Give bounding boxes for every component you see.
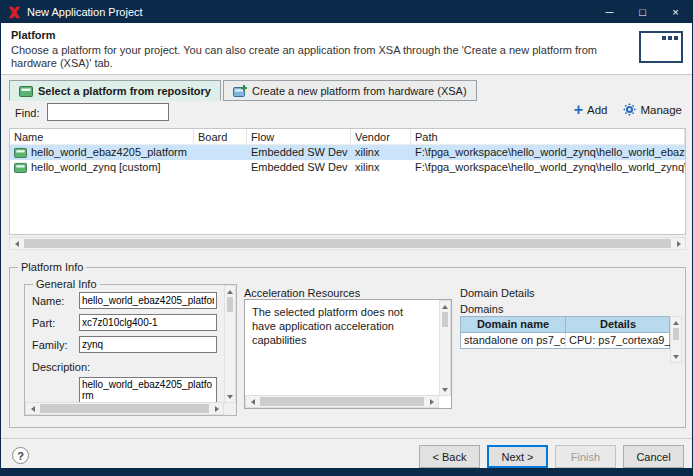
page-title: Platform [11, 29, 56, 41]
new-application-project-window: New Application Project ─ □ × Platform C… [0, 0, 693, 476]
platform-tabs: Select a platform from repository Create… [9, 80, 479, 101]
scroll-left-icon[interactable] [246, 396, 259, 407]
platform-info-title: Platform Info [18, 261, 86, 273]
tab-select-platform-repository[interactable]: Select a platform from repository [9, 80, 221, 101]
column-header-flow[interactable]: Flow [247, 129, 351, 144]
column-header-details: Details [566, 317, 671, 333]
column-header-name[interactable]: Name [10, 129, 194, 144]
scrollbar-thumb[interactable] [260, 397, 424, 406]
scrollbar-thumb[interactable] [442, 312, 448, 327]
find-label: Find: [15, 107, 39, 119]
description-label: Description: [32, 361, 90, 373]
column-header-domain-name: Domain name [461, 317, 566, 333]
manage-label: Manage [640, 104, 682, 116]
domain-details: CPU: ps7_cortexa9_0C [566, 333, 671, 348]
tab-create-platform-from-xsa[interactable]: Create a new platform from hardware (XSA… [223, 80, 477, 101]
find-input[interactable] [47, 103, 169, 121]
table-row[interactable]: standalone on ps7_corte... CPU: ps7_cort… [461, 333, 669, 348]
help-button[interactable]: ? [12, 447, 29, 464]
domains-table-header: Domain name Details [461, 317, 669, 333]
scroll-up-icon[interactable] [225, 287, 235, 296]
platform-vendor: xilinx [351, 160, 411, 175]
part-field[interactable] [79, 314, 217, 331]
cancel-button[interactable]: Cancel [623, 445, 684, 468]
titlebar: New Application Project ─ □ × [1, 1, 692, 23]
family-field[interactable] [79, 336, 217, 353]
general-info-vertical-scrollbar[interactable] [224, 285, 236, 403]
domain-details-title: Domain Details [460, 287, 535, 299]
platform-icon [14, 147, 27, 158]
column-header-vendor[interactable]: Vendor [351, 129, 411, 144]
next-button[interactable]: Next > [487, 445, 548, 468]
scroll-up-icon[interactable] [671, 318, 681, 327]
acceleration-resources-panel: The selected platform does not have appl… [244, 299, 452, 409]
back-button[interactable]: < Back [419, 445, 480, 468]
domains-vertical-scrollbar[interactable] [670, 316, 682, 363]
add-plus-icon: + [574, 104, 583, 116]
wizard-buttons: < Back Next > Finish Cancel [419, 445, 684, 468]
platform-table: Name Board Flow Vendor Path hello_world_… [9, 128, 686, 235]
platform-vendor: xilinx [351, 145, 411, 160]
page-description: Choose a platform for your project. You … [11, 44, 623, 70]
scroll-down-icon[interactable] [440, 385, 450, 394]
column-header-path[interactable]: Path [411, 129, 685, 144]
acceleration-resources-title: Acceleration Resources [244, 287, 360, 299]
new-platform-icon [233, 85, 247, 97]
close-button[interactable]: × [659, 1, 692, 23]
platform-table-header: Name Board Flow Vendor Path [10, 129, 685, 145]
family-label: Family: [32, 339, 67, 351]
scroll-left-icon[interactable] [26, 403, 39, 414]
finish-button: Finish [555, 445, 616, 468]
platform-path: F:\fpga_workspace\hello_world_zynq\hello… [411, 145, 685, 160]
wizard-banner: Platform Choose a platform for your proj… [1, 23, 692, 75]
scroll-down-icon[interactable] [225, 392, 235, 401]
platform-flow: Embedded SW Dev [247, 145, 351, 160]
general-info-horizontal-scrollbar[interactable] [25, 402, 224, 415]
xilinx-logo-icon [8, 6, 21, 19]
scrollbar-thumb[interactable] [40, 404, 209, 413]
platform-icon [14, 162, 27, 173]
general-info-group: General Info Name: Part: Family: Descrip… [24, 284, 237, 416]
maximize-button[interactable]: □ [626, 1, 659, 23]
add-button[interactable]: + Add [574, 104, 608, 116]
scrollbar-thumb[interactable] [673, 328, 679, 340]
scroll-right-icon[interactable] [672, 238, 685, 249]
domains-table: Domain name Details standalone on ps7_co… [460, 316, 670, 349]
manage-button[interactable]: Manage [623, 103, 682, 116]
acceleration-horizontal-scrollbar[interactable] [245, 395, 439, 408]
scroll-down-icon[interactable] [671, 352, 681, 361]
name-label: Name: [32, 295, 64, 307]
part-label: Part: [32, 317, 55, 329]
platform-name: hello_world_ebaz4205_platform [custom] [31, 145, 190, 160]
window-bottom-border [1, 468, 692, 475]
scrollbar-thumb[interactable] [24, 239, 671, 248]
toolbar-actions: + Add Manage [574, 103, 682, 116]
scroll-right-icon[interactable] [425, 396, 438, 407]
table-row[interactable]: hello_world_ebaz4205_platform [custom] E… [10, 145, 685, 160]
wizard-graphic-icon [639, 31, 683, 63]
name-field[interactable] [79, 292, 217, 309]
scrollbar-thumb[interactable] [227, 297, 233, 312]
minimize-button[interactable]: ─ [593, 1, 626, 23]
window-controls: ─ □ × [593, 1, 692, 23]
column-header-board[interactable]: Board [194, 129, 247, 144]
domain-name: standalone on ps7_corte... [461, 333, 566, 348]
platform-path: F:\fpga_workspace\hello_world_zynq\hello… [411, 160, 685, 175]
general-info-title: General Info [33, 278, 100, 290]
tab-label: Create a new platform from hardware (XSA… [252, 85, 467, 97]
scroll-left-icon[interactable] [10, 238, 23, 249]
table-row[interactable]: hello_world_zynq [custom] Embedded SW De… [10, 160, 685, 175]
platform-info-group: Platform Info General Info Name: Part: F… [9, 267, 686, 428]
domains-label: Domains [460, 303, 503, 315]
platform-flow: Embedded SW Dev [247, 160, 351, 175]
tab-label: Select a platform from repository [38, 85, 211, 97]
window-title: New Application Project [27, 6, 143, 18]
table-horizontal-scrollbar[interactable] [9, 237, 686, 250]
scroll-up-icon[interactable] [440, 302, 450, 311]
gear-icon [623, 103, 636, 116]
acceleration-vertical-scrollbar[interactable] [439, 300, 451, 396]
platform-icon [19, 85, 33, 97]
acceleration-message: The selected platform does not have appl… [252, 305, 428, 347]
footer-divider [1, 438, 692, 439]
scroll-right-icon[interactable] [210, 403, 223, 414]
